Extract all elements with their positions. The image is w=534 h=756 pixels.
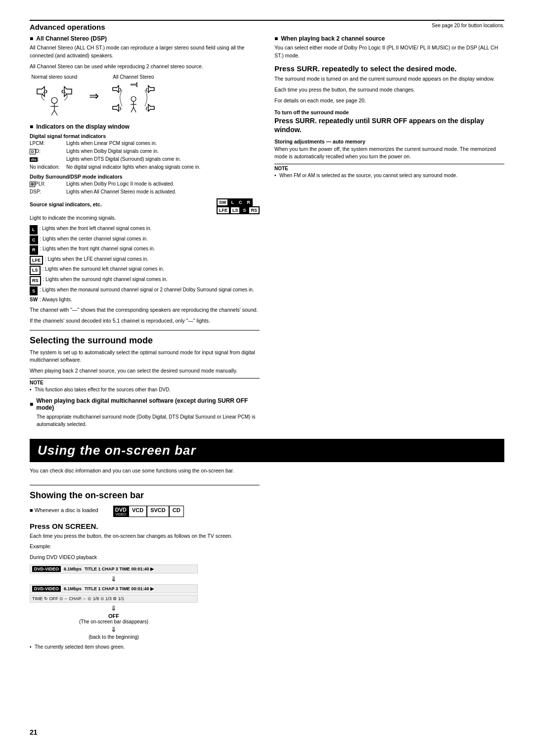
- ls-indicator: LS: [230, 206, 241, 214]
- svg-point-12: [131, 96, 136, 101]
- dvd-bar1-label: DVD-VIDEO: [32, 566, 61, 572]
- arrow-down-1: ⇓: [30, 575, 198, 583]
- surround-note: NOTE This function also takes effect for…: [30, 378, 260, 393]
- channel-rs: RS : Lights when the surround right chan…: [30, 276, 260, 285]
- press-surr-section: Press SURR. repeatedly to select the des…: [274, 64, 504, 105]
- channel-s-text: : Lights when the monaural surround chan…: [40, 286, 254, 296]
- surround-section: Selecting the surround mode The system i…: [30, 335, 260, 428]
- plii-val: Lights when Dolby Pro Logic II mode is a…: [66, 181, 260, 188]
- signal-grid-top: SW L C R: [217, 198, 260, 206]
- col-left: All Channel Stereo (DSP) All Channel Ste…: [30, 35, 260, 431]
- dvd-bar2-speed: 6.1Mbps: [64, 586, 82, 591]
- dvd-bar-2: DVD-VIDEO 6.1Mbps TITLE 1 CHAP 3 TIME 00…: [30, 584, 198, 593]
- channel-footer2: If the channels' sound decoded into 5.1 …: [30, 317, 260, 325]
- all-channel-svg: [109, 82, 158, 116]
- digital-signal-rows: LPCM: Lights when Linear PCM signal come…: [30, 140, 260, 171]
- press-surr-body1: The surround mode is turned on and the c…: [274, 75, 504, 83]
- dd-key: DD:: [30, 148, 64, 155]
- currently-selected-note: The currently selected item shows green.: [30, 644, 260, 651]
- svg-marker-9: [113, 104, 119, 111]
- top-rule: [30, 20, 504, 21]
- surround-title: Selecting the surround mode: [30, 335, 260, 346]
- see-page-note: See page 20 for button locations.: [432, 23, 504, 28]
- s-indicator: S: [240, 206, 248, 214]
- channel-footer1: The channel with "—" shows that the corr…: [30, 306, 260, 314]
- channel-sw: SW : Always lights.: [30, 296, 260, 303]
- source-signal-row: Source signal indicators, etc. SW L C R …: [30, 198, 260, 214]
- channel-rs-text: : Lights when the surround right channel…: [43, 276, 168, 285]
- l-indicator: L: [228, 198, 236, 206]
- when-playing-digital-body: The appropriate multichannel surround mo…: [37, 413, 260, 428]
- arrow-icon: ⇒: [89, 89, 99, 103]
- channel-ls-text: : Lights when the surround left channel …: [43, 266, 164, 275]
- note-item-1: This function also takes effect for the …: [30, 386, 260, 393]
- svg-line-16: [134, 107, 136, 112]
- surround-body1: The system is set up to automatically se…: [30, 349, 260, 365]
- when-playing-2ch-title: When playing back 2 channel source: [274, 35, 504, 42]
- channel-r: R : Lights when the front right channel …: [30, 245, 260, 255]
- storing-body: When you turn the power off, the system …: [274, 145, 504, 161]
- press-surr-title: Press SURR. repeatedly to select the des…: [274, 64, 504, 74]
- rs-indicator: RS: [248, 206, 260, 214]
- none-key: No indication:: [30, 164, 64, 171]
- indicator-row-lpcm: LPCM: Lights when Linear PCM signal come…: [30, 140, 260, 147]
- whenever-disc-label: ■ Whenever a disc is loaded: [30, 507, 98, 513]
- section-divider-1: [30, 330, 260, 331]
- press-on-screen-title: Press ON SCREEN.: [30, 522, 260, 530]
- showing-bar-col: Showing the on-screen bar ■ Whenever a d…: [30, 480, 260, 651]
- channel-s: S : Lights when the monaural surround ch…: [30, 286, 260, 296]
- note-title-2: NOTE: [274, 166, 504, 171]
- turn-off-surround: To turn off the surround mode Press SURR…: [274, 109, 504, 134]
- indicator-row-dd: DD: Lights when Dolby Digital signals co…: [30, 148, 260, 155]
- indicators-section: Indicators on the display window Digital…: [30, 123, 260, 325]
- when-playing-2ch-body: You can select either mode of Dolby Pro …: [274, 44, 504, 60]
- all-channel-stereo-section: All Channel Stereo (DSP) All Channel Ste…: [30, 35, 260, 117]
- press-on-screen-body: Each time you press the button, the on-s…: [30, 532, 260, 540]
- normal-stereo-label: Normal stereo sound: [30, 74, 79, 80]
- when-playing-digital: When playing back digital multichannel s…: [30, 397, 260, 428]
- svg-marker-8: [148, 86, 154, 93]
- during-label: During DVD VIDEO playback: [30, 554, 260, 562]
- indicator-row-dts: dts: Lights when DTS Digital (Surround) …: [30, 156, 260, 163]
- source-signal-heading: Source signal indicators, etc.: [30, 201, 102, 207]
- all-channel-stereo-body1: All Channel Stereo (ALL CH ST.) mode can…: [30, 44, 260, 60]
- dvd-bar2-extra: TIME ↻ OFF ⊙→ CHAP.→ ⊙ 1/8 ⊙ 1/3 ⚙ 1/1: [32, 596, 124, 601]
- section-divider-2: [30, 485, 260, 485]
- channel-c-text: : Lights when the center channel signal …: [40, 236, 148, 245]
- using-on-screen-banner: Using the on-screen bar: [30, 439, 504, 462]
- dolby-surround-rows: ⊞PLII: Lights when Dolby Pro Logic II mo…: [30, 181, 260, 195]
- disc-types-row: DVD VIDEO VCD SVCD CD: [113, 506, 184, 517]
- col-right: When playing back 2 channel source You c…: [274, 35, 504, 431]
- press-surr-body3: For details on each mode, see page 20.: [274, 97, 504, 105]
- header-row: Advanced operations See page 20 for butt…: [30, 23, 504, 31]
- on-screen-two-col: Showing the on-screen bar ■ Whenever a d…: [30, 480, 504, 655]
- svg-marker-11: [131, 83, 137, 87]
- back-label: (back to the beginning): [30, 634, 198, 640]
- showing-bar-title: Showing the on-screen bar: [30, 490, 260, 501]
- main-two-col: All Channel Stereo (DSP) All Channel Ste…: [30, 35, 504, 431]
- indicator-row-none: No indication: No digital signal indicat…: [30, 164, 260, 171]
- page-container: Advanced operations See page 20 for butt…: [30, 20, 504, 655]
- svg-marker-7: [113, 86, 119, 93]
- turn-off-label: To turn off the surround mode: [274, 109, 504, 115]
- normal-stereo-diagram: Normal stereo sound: [30, 74, 79, 117]
- example-label: Example:: [30, 543, 260, 551]
- when-playing-digital-title: When playing back digital multichannel s…: [30, 397, 260, 411]
- channel-items: L : Lights when the front left channel s…: [30, 225, 260, 303]
- rs-box-icon: RS: [30, 276, 41, 285]
- svg-marker-0: [37, 87, 44, 96]
- channel-lfe: LFE : Lights when the LFE channel signal…: [30, 256, 260, 265]
- cd-badge: CD: [169, 506, 184, 517]
- sw-indicator: SW: [217, 198, 229, 206]
- currently-selected-text: The currently selected item shows green.: [30, 644, 260, 651]
- speaker-diagrams: Normal stereo sound: [30, 74, 260, 117]
- dts-val: Lights when DTS Digital (Surround) signa…: [66, 156, 260, 163]
- on-screen-intro: You can check disc information and you c…: [30, 467, 504, 475]
- sw-text-key: SW: [30, 296, 38, 303]
- dvd-bar2-info: TITLE 1 CHAP 3 TIME 00:01:40 ▶: [85, 586, 154, 591]
- svg-marker-10: [148, 104, 154, 111]
- lfe-indicator: LFE: [217, 206, 230, 214]
- all-channel-label: All Channel Stereo: [109, 74, 158, 80]
- note-text-1: This function also takes effect for the …: [30, 386, 260, 393]
- dvd-badge: DVD VIDEO: [113, 506, 129, 517]
